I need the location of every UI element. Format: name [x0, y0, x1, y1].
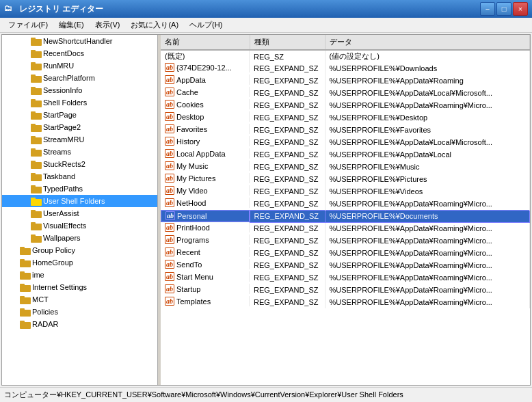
svg-rect-3	[31, 50, 36, 52]
svg-rect-16	[31, 137, 42, 144]
tree-item-wallpapers[interactable]: Wallpapers	[2, 232, 157, 244]
type-icon: ab	[165, 223, 174, 232]
tree-item-home-group[interactable]: HomeGroup	[2, 256, 157, 269]
tree-item-label: UserAssist	[43, 209, 79, 217]
table-row[interactable]: abPrintHoodREG_EXPAND_SZ%USERPROFILE%¥Ap…	[161, 222, 530, 234]
tree-item-start-page2[interactable]: StartPage2	[2, 121, 157, 133]
cell-type: REG_EXPAND_SZ	[250, 161, 325, 173]
cell-type: REG_EXPAND_SZ	[250, 296, 325, 308]
tree-item-recent-docs[interactable]: RecentDocs	[2, 47, 157, 59]
cell-data: %USERPROFILE%¥Pictures	[325, 173, 530, 185]
table-row[interactable]: abLocal AppDataREG_EXPAND_SZ%USERPROFILE…	[161, 148, 530, 161]
menu-item-file[interactable]: ファイル(F)	[3, 18, 53, 31]
tree-item-label: Streams	[43, 148, 71, 156]
menu-item-help[interactable]: ヘルプ(H)	[184, 18, 228, 31]
table-row[interactable]: abStart MenuREG_EXPAND_SZ%USERPROFILE%¥A…	[161, 271, 530, 284]
cell-name: abPersonal	[161, 210, 250, 222]
tree-item-session-info[interactable]: SessionInfo	[2, 84, 157, 96]
cell-name: abMy Music	[161, 161, 250, 171]
svg-rect-46	[20, 322, 31, 329]
folder-icon	[31, 172, 42, 181]
tree-item-mct[interactable]: MCT	[2, 293, 157, 306]
table-row[interactable]: abFavoritesREG_EXPAND_SZ%USERPROFILE%¥Fa…	[161, 124, 530, 136]
cell-name: abPrintHood	[161, 222, 250, 232]
tree-item-search-platform[interactable]: SearchPlatform	[2, 72, 157, 84]
svg-rect-35	[20, 247, 25, 249]
data-panel[interactable]: 名前 種類 データ (既定)REG_SZ(値の設定なし)ab{374DE290-…	[161, 35, 530, 385]
tree-item-visual-effects[interactable]: VisualEffects	[2, 219, 157, 232]
tree-item-label: NewShortcutHandler	[43, 37, 113, 45]
tree-item-typed-paths[interactable]: TypedPaths	[2, 183, 157, 195]
tree-item-label: Policies	[32, 308, 58, 316]
cell-data: %USERPROFILE%¥Desktop	[325, 111, 530, 124]
cell-name: abLocal AppData	[161, 148, 250, 159]
maximize-button[interactable]: □	[496, 2, 511, 16]
close-button[interactable]: ×	[513, 2, 528, 16]
tree-item-shell-folders[interactable]: Shell Folders	[2, 96, 157, 109]
svg-rect-1	[31, 38, 36, 40]
type-icon: ab	[165, 247, 174, 256]
cell-name: abPrograms	[161, 234, 250, 245]
table-row[interactable]: abMy PicturesREG_EXPAND_SZ%USERPROFILE%¥…	[161, 173, 530, 185]
tree-item-user-shell-folders[interactable]: User Shell Folders	[2, 195, 157, 207]
tree-item-label: StuckRects2	[43, 160, 85, 168]
svg-rect-12	[31, 113, 42, 120]
tree-item-internet-settings[interactable]: Internet Settings	[2, 281, 157, 293]
svg-rect-5	[31, 62, 36, 64]
cell-name: abRecent	[161, 247, 250, 257]
table-row[interactable]: abAppDataREG_EXPAND_SZ%USERPROFILE%¥AppD…	[161, 75, 530, 87]
tree-item-streams[interactable]: Streams	[2, 146, 157, 158]
table-row[interactable]: abStartupREG_EXPAND_SZ%USERPROFILE%¥AppD…	[161, 284, 530, 296]
tree-item-run-mru[interactable]: RunMRU	[2, 59, 157, 72]
table-row[interactable]: abTemplatesREG_EXPAND_SZ%USERPROFILE%¥Ap…	[161, 296, 530, 308]
app-icon: 🗂	[4, 3, 15, 14]
table-row[interactable]: ab{374DE290-12...REG_EXPAND_SZ%USERPROFI…	[161, 62, 530, 75]
name-text: My Music	[176, 162, 208, 170]
tree-item-stuck-rects[interactable]: StuckRects2	[2, 158, 157, 170]
table-row[interactable]: abRecentREG_EXPAND_SZ%USERPROFILE%¥AppDa…	[161, 247, 530, 259]
minimize-button[interactable]: −	[480, 2, 495, 16]
table-row[interactable]: abProgramsREG_EXPAND_SZ%USERPROFILE%¥App…	[161, 234, 530, 247]
table-row[interactable]: abDesktopREG_EXPAND_SZ%USERPROFILE%¥Desk…	[161, 111, 530, 124]
folder-icon	[31, 233, 42, 243]
folder-icon	[20, 282, 31, 292]
cell-type: REG_EXPAND_SZ	[250, 271, 325, 284]
menu-item-favorites[interactable]: お気に入り(A)	[125, 18, 184, 31]
folder-icon	[31, 159, 42, 169]
tree-item-label: Wallpapers	[43, 234, 81, 242]
menu-item-view[interactable]: 表示(V)	[90, 18, 126, 31]
menu-item-edit[interactable]: 編集(E)	[53, 18, 90, 31]
table-row[interactable]: abNetHoodREG_EXPAND_SZ%USERPROFILE%¥AppD…	[161, 198, 530, 210]
table-row[interactable]: abHistoryREG_EXPAND_SZ%USERPROFILE%¥AppD…	[161, 136, 530, 148]
tree-item-ime[interactable]: ime	[2, 269, 157, 281]
tree-item-radar[interactable]: RADAR	[2, 318, 157, 330]
tree-item-group-policy[interactable]: Group Policy	[2, 244, 157, 256]
tree-item-stream-mru[interactable]: StreamMRU	[2, 133, 157, 146]
tree-item-new-shortcut[interactable]: NewShortcutHandler	[2, 35, 157, 47]
tree-item-start-page[interactable]: StartPage	[2, 109, 157, 121]
table-row[interactable]: abMy VideoREG_EXPAND_SZ%USERPROFILE%¥Vid…	[161, 185, 530, 198]
svg-rect-26	[31, 199, 42, 206]
type-icon: ab	[165, 174, 174, 183]
tree-item-policies[interactable]: Policies	[2, 306, 157, 318]
table-row[interactable]: abSendToREG_EXPAND_SZ%USERPROFILE%¥AppDa…	[161, 259, 530, 271]
cell-type: REG_EXPAND_SZ	[250, 234, 325, 247]
tree-item-user-assist[interactable]: UserAssist	[2, 207, 157, 219]
tree-panel[interactable]: NewShortcutHandler RecentDocs RunMRU Sea…	[2, 35, 158, 385]
table-row[interactable]: abCookiesREG_EXPAND_SZ%USERPROFILE%¥AppD…	[161, 99, 530, 111]
svg-rect-44	[20, 310, 31, 317]
table-row[interactable]: (既定)REG_SZ(値の設定なし)	[161, 50, 530, 62]
cell-type: REG_EXPAND_SZ	[250, 111, 325, 124]
registry-table: 名前 種類 データ (既定)REG_SZ(値の設定なし)ab{374DE290-…	[161, 35, 530, 308]
tree-item-taskband[interactable]: Taskband	[2, 170, 157, 183]
type-icon: ab	[165, 284, 174, 293]
table-row[interactable]: abPersonalREG_EXPAND_SZ%USERPROFILE%¥Doc…	[161, 210, 530, 222]
table-row[interactable]: abMy MusicREG_EXPAND_SZ%USERPROFILE%¥Mus…	[161, 161, 530, 173]
folder-icon	[31, 147, 42, 157]
cell-type: REG_EXPAND_SZ	[250, 198, 325, 210]
table-row[interactable]: abCacheREG_EXPAND_SZ%USERPROFILE%¥AppDat…	[161, 87, 530, 99]
name-text: Personal	[177, 212, 207, 220]
svg-rect-24	[31, 187, 42, 193]
svg-rect-22	[31, 174, 42, 181]
tree-item-label: MCT	[32, 295, 49, 304]
